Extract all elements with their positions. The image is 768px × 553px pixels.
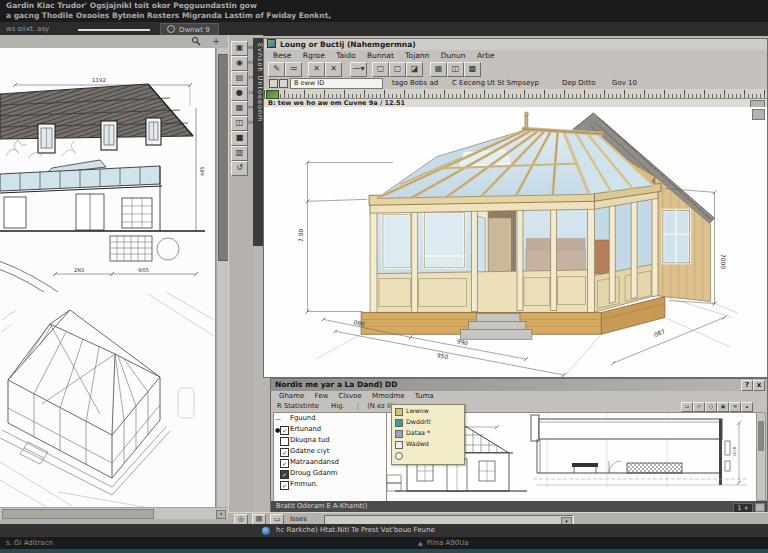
view-split-button[interactable]: ◫ (447, 62, 464, 77)
fill-tool-button[interactable]: ■ (231, 131, 248, 146)
menu-item[interactable]: Clsvoe (338, 392, 361, 400)
tree-label: Matraandansd (290, 458, 339, 466)
checkbox[interactable]: ✓ (280, 481, 289, 490)
id-field[interactable]: B eww ID (290, 78, 383, 89)
checkbox[interactable] (280, 437, 289, 446)
address-input[interactable] (78, 29, 150, 31)
mini-button[interactable]: ▭ (681, 402, 693, 412)
tree-item[interactable]: —Fguund (274, 413, 386, 424)
split-view-button[interactable]: ◫ (231, 116, 248, 131)
tab-status-icon (167, 25, 175, 33)
hatch-tool-button[interactable]: ▥ (231, 146, 248, 161)
mini-button[interactable]: ▣ (717, 402, 729, 412)
checkbox[interactable]: ✓ (280, 459, 289, 468)
line-style-dropdown[interactable]: —▾ (350, 62, 367, 77)
mini-button[interactable]: ○ (705, 402, 717, 412)
popup-item[interactable]: Lwwow (392, 405, 464, 416)
layer-icon (395, 452, 403, 460)
scroll-corner[interactable] (755, 503, 765, 512)
tree-item[interactable]: ✓Fmmun. (274, 479, 386, 490)
popup-label: Lwwow (406, 407, 429, 414)
left-pane-toolbar: + ✕ (0, 35, 263, 48)
tree-item[interactable]: ●✓Ertunand (274, 424, 386, 435)
render-tool-button[interactable]: ● (231, 86, 248, 101)
left-drawing-pane[interactable]: 1192 (0, 48, 216, 507)
canvas-scroll-button[interactable] (752, 109, 765, 120)
tab-strip: ws oiixt. asy Dwnwt 9 (0, 22, 768, 36)
status-label: Isses (290, 515, 307, 523)
conservatory-render: 7.00 7000 080 990 950 087 (264, 107, 767, 377)
menu-item[interactable]: Taido (336, 51, 355, 60)
add-icon[interactable]: + (210, 36, 222, 47)
tree-label: Fguund (290, 414, 315, 422)
vertical-toolbar: ▣ ◉ ▤ ● ▦ ◫ ■ ▥ ↺ 8B 93 19 16 99 09 (228, 35, 254, 525)
bottom-center-text: ▲Pilna A90Ua (418, 537, 469, 549)
menu-item[interactable]: Mmodme (372, 392, 405, 400)
popup-item[interactable]: Wadwd (392, 438, 464, 449)
box-tool-button[interactable]: ▢ (389, 62, 406, 77)
mini-button[interactable]: ◇ (693, 402, 705, 412)
main-3d-canvas[interactable]: 7.00 7000 080 990 950 087 (264, 107, 767, 377)
menu-item[interactable]: Dunun (441, 51, 466, 60)
select-tool-button[interactable]: ▣ (231, 41, 248, 56)
toolbar-link[interactable]: C Eeceng Ut St Smpseyp (452, 77, 539, 89)
toolbar-link[interactable]: Dep Ditto (562, 77, 595, 89)
mini-button[interactable]: ▴ (741, 402, 753, 412)
info-corner-holder (264, 99, 767, 107)
tab-label: Dwnwt 9 (179, 26, 210, 34)
svg-text:1192: 1192 (92, 77, 106, 83)
edit-tool-button[interactable]: ✎ (268, 62, 285, 77)
layers-tool-button[interactable]: ▤ (231, 71, 248, 86)
svg-text:1018: 1018 (732, 446, 737, 457)
checkbox-small[interactable] (269, 79, 278, 88)
menu-item[interactable]: Bese (273, 51, 291, 60)
plan-vertical-scrollbar[interactable] (756, 412, 766, 501)
zoom-tool-button[interactable]: ◉ (231, 56, 248, 71)
menu-item[interactable]: Arbe (477, 51, 495, 60)
scrollbar-end-button[interactable]: • (216, 510, 226, 519)
menu-item[interactable]: Rgroe (303, 51, 325, 60)
corner-tool-button[interactable]: ◪ (406, 62, 423, 77)
toolbar-item[interactable]: R Statistinte (277, 402, 319, 410)
checkbox[interactable]: ✓ (280, 470, 289, 479)
tree-item[interactable]: ✓Gdatne ciyt (274, 446, 386, 457)
wireframe-drawing (0, 292, 215, 508)
elevation-drawing: 1192 (0, 48, 215, 292)
menu-item[interactable]: Tuma (415, 392, 434, 400)
tree-item[interactable]: ✓Matraandansd (274, 457, 386, 468)
toolbar-item[interactable]: Hig. (331, 402, 344, 410)
document-window-titlebar[interactable]: Loung or Buctij (Nahemgermna) (264, 39, 767, 50)
popup-item[interactable] (392, 449, 464, 460)
list-tool-button[interactable]: ≔ (285, 62, 302, 77)
menu-item[interactable]: Bunnat (367, 51, 394, 60)
view-plan-button[interactable]: ▦ (430, 62, 447, 77)
tree-item[interactable]: ✓Droug Gdanm (274, 468, 386, 479)
view-3d-button[interactable]: ▩ (464, 62, 481, 77)
menu-item[interactable]: Tojann (405, 51, 429, 60)
mini-button[interactable]: ≡ (729, 402, 741, 412)
tree-item[interactable]: Dkuqna tud (274, 435, 386, 446)
popup-item[interactable]: Dwddrtl (392, 416, 464, 427)
checkbox[interactable]: ✓ (280, 448, 289, 457)
plan-window-titlebar[interactable]: Nordis me yar a La Dand) DD ? x (271, 379, 767, 391)
menu-item[interactable]: Ghame (279, 392, 304, 400)
delete-all-button[interactable]: ✕ (325, 62, 342, 77)
undo-tool-button[interactable]: ↺ (231, 161, 248, 176)
close-button[interactable]: x (753, 380, 765, 391)
toolbar-link[interactable]: Gov 10 (612, 77, 637, 89)
menu-item[interactable]: Few (315, 392, 329, 400)
toolbar-link[interactable]: tago Bobs ad (392, 77, 438, 89)
layer-icon (395, 408, 403, 416)
svg-text:7.00: 7.00 (297, 229, 304, 242)
checkbox-small[interactable] (279, 79, 288, 88)
popup-item[interactable]: Dataa * (392, 427, 464, 438)
frame-tool-button[interactable]: ▢ (372, 62, 389, 77)
help-button[interactable]: ? (741, 380, 753, 391)
dash-icon: — (275, 413, 281, 424)
delete-tool-button[interactable]: ✕ (308, 62, 325, 77)
checkbox[interactable]: ✓ (280, 426, 289, 435)
scrollbar-thumb[interactable] (2, 509, 154, 519)
scrollbar-thumb[interactable] (758, 421, 764, 451)
grid-tool-button[interactable]: ▦ (231, 101, 248, 116)
zoom-icon[interactable] (190, 36, 202, 47)
